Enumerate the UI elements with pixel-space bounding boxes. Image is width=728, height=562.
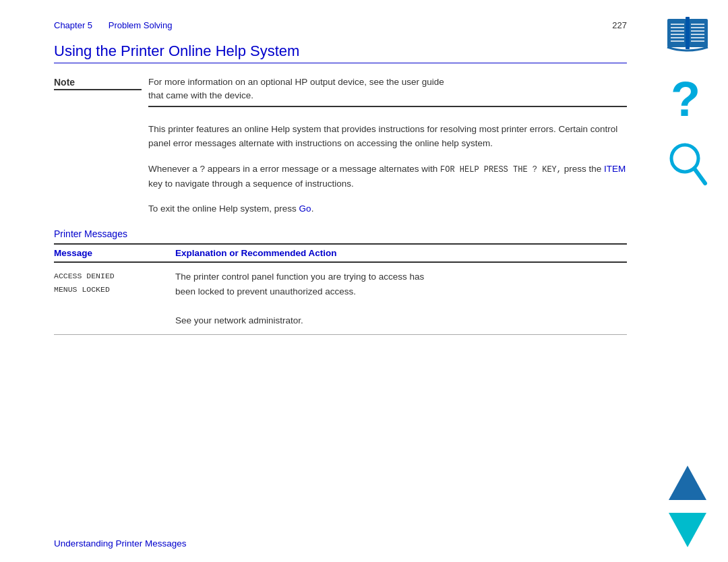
question-icon[interactable]: ? xyxy=(667,74,708,128)
printer-messages-section: Printer Messages Message Explanation or … xyxy=(54,228,627,335)
svg-rect-1 xyxy=(689,19,708,47)
body-paragraph-1: This printer features an online Help sys… xyxy=(148,122,627,151)
page-title: Using the Printer Online Help System xyxy=(54,42,627,63)
message-line1: ACCESS DENIED xyxy=(54,272,115,280)
footer-link[interactable]: Understanding Printer Messages xyxy=(54,538,187,549)
up-arrow-icon[interactable] xyxy=(667,464,708,501)
section-name: Problem Solving xyxy=(109,20,173,30)
note-text-line1: For more information on an optional HP o… xyxy=(148,77,444,87)
magnifier-icon[interactable] xyxy=(666,142,710,189)
svg-text:?: ? xyxy=(671,74,700,126)
table-header-row: Message Explanation or Recommended Actio… xyxy=(54,245,627,263)
svg-rect-0 xyxy=(667,19,686,47)
header-chapter: Chapter 5 Problem Solving xyxy=(54,20,172,30)
explanation-line2: been locked to prevent unauthorized acce… xyxy=(175,286,356,296)
svg-marker-19 xyxy=(669,513,706,547)
section-heading: Printer Messages xyxy=(54,228,627,239)
body-paragraph-3: To exit the online Help system, press Go… xyxy=(148,201,627,216)
message-data: ACCESS DENIED MENUS LOCKED xyxy=(54,270,175,296)
col-explanation-header: Explanation or Recommended Action xyxy=(175,248,627,258)
page-number: 227 xyxy=(612,20,627,30)
go-link[interactable]: Go xyxy=(299,204,311,214)
col-message-header: Message xyxy=(54,248,175,258)
note-label: Note xyxy=(54,75,142,90)
svg-marker-18 xyxy=(669,466,706,500)
body-text-p3-part1: To exit the online Help system, press xyxy=(148,204,299,214)
down-arrow-icon[interactable] xyxy=(667,511,708,549)
messages-table: Message Explanation or Recommended Actio… xyxy=(54,243,627,335)
body-text-p2-part2: press the xyxy=(562,164,604,174)
explanation-data: The printer control panel function you a… xyxy=(175,270,627,327)
table-row: ACCESS DENIED MENUS LOCKED The printer c… xyxy=(54,263,627,335)
main-content: Chapter 5 Problem Solving 227 Using the … xyxy=(40,0,640,562)
header-bar: Chapter 5 Problem Solving 227 xyxy=(54,20,627,30)
explanation-line1: The printer control panel function you a… xyxy=(175,272,424,282)
svg-line-17 xyxy=(694,168,705,183)
body-text-p2-part1: Whenever a ? appears in a error message … xyxy=(148,164,440,174)
svg-rect-2 xyxy=(686,17,690,49)
item-link[interactable]: ITEM xyxy=(604,164,626,174)
right-sidebar: ? xyxy=(647,0,728,562)
message-line2: MENUS LOCKED xyxy=(54,285,110,294)
body-text-p1: This printer features an online Help sys… xyxy=(148,124,617,149)
explanation-line3: See your network administrator. xyxy=(175,315,303,325)
book-icon[interactable] xyxy=(664,13,711,57)
note-content: For more information on an optional HP o… xyxy=(148,75,627,107)
body-text-p2-part3: key to navigate through a sequence of in… xyxy=(148,179,354,189)
note-box: Note For more information on an optional… xyxy=(54,75,627,107)
note-text-line2: that came with the device. xyxy=(148,90,253,100)
body-text-p2-mono: FOR HELP PRESS THE ? KEY, xyxy=(440,165,562,175)
body-paragraph-2: Whenever a ? appears in a error message … xyxy=(148,162,627,191)
body-text-p3-part2: . xyxy=(311,204,314,214)
chapter-number: Chapter 5 xyxy=(54,20,92,30)
